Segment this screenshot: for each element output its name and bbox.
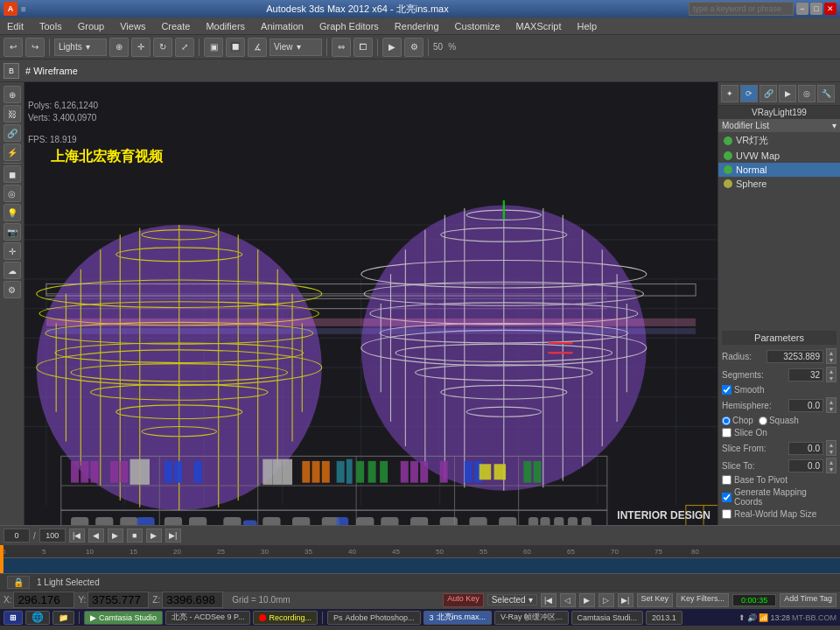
render-setup-button[interactable]: ⚙: [404, 38, 424, 57]
viewport-mode-icon[interactable]: B: [4, 63, 19, 79]
menu-animation[interactable]: Animation: [257, 21, 307, 32]
prev-frame-button[interactable]: ◀: [88, 528, 104, 542]
next-frame-button[interactable]: ▶: [146, 528, 162, 542]
menu-customize[interactable]: Customize: [452, 21, 504, 32]
hemisphere-input[interactable]: [788, 399, 823, 412]
minimize-button[interactable]: −: [796, 3, 808, 15]
add-time-tag-button[interactable]: Add Time Tag: [780, 593, 836, 607]
go-end-button[interactable]: ▶|: [165, 528, 181, 542]
menu-tools[interactable]: Tools: [36, 21, 66, 32]
close-button[interactable]: ✕: [824, 3, 836, 15]
base-to-pivot-checkbox[interactable]: [722, 475, 732, 485]
lock-selection-btn[interactable]: 🔒: [7, 576, 30, 589]
left-sys-btn[interactable]: ⚙: [4, 281, 21, 298]
taskbar-recording[interactable]: Recording...: [253, 611, 318, 625]
angle-snap-button[interactable]: ∡: [248, 38, 267, 57]
left-helper-btn[interactable]: ✛: [4, 242, 21, 260]
rotate-button[interactable]: ↻: [153, 38, 172, 57]
go-end-btn2[interactable]: ▶|: [618, 593, 634, 607]
select-region-button[interactable]: ▣: [204, 38, 223, 57]
current-frame-input[interactable]: [4, 528, 30, 542]
wireframe-label[interactable]: # Wireframe: [25, 66, 78, 76]
menu-modifiers[interactable]: Modifiers: [202, 21, 248, 32]
generate-mapping-checkbox[interactable]: [722, 493, 732, 502]
menu-rendering[interactable]: Rendering: [391, 21, 443, 32]
motion-panel-btn[interactable]: ▶: [779, 85, 796, 102]
mirror-button[interactable]: ⇔: [332, 38, 351, 57]
total-frames-input[interactable]: [39, 528, 66, 542]
left-unlink-btn[interactable]: 🔗: [4, 124, 21, 142]
set-key-button[interactable]: Set Key: [637, 593, 674, 607]
left-shapes-btn[interactable]: ◎: [4, 185, 21, 202]
modifier-item-uvwmap[interactable]: UVW Map: [718, 149, 840, 163]
go-start-button[interactable]: |◀: [69, 528, 85, 542]
key-filters-button[interactable]: Key Filters...: [676, 593, 729, 607]
render-button[interactable]: ▶: [382, 38, 402, 57]
seg-up[interactable]: ▲: [827, 368, 836, 374]
x-coord-input[interactable]: [13, 592, 74, 608]
menu-group[interactable]: Group: [74, 21, 108, 32]
go-start-btn2[interactable]: |◀: [541, 593, 556, 607]
move-button[interactable]: ✛: [131, 38, 150, 57]
snap-toggle-button[interactable]: 🔲: [226, 38, 245, 57]
play-btn2[interactable]: ▶: [579, 593, 595, 607]
menu-graph-editors[interactable]: Graph Editors: [316, 21, 382, 32]
seg-down[interactable]: ▼: [827, 374, 836, 382]
taskbar-photoshop[interactable]: Ps Adobe Photoshop...: [327, 611, 421, 625]
chop-radio[interactable]: [722, 416, 731, 425]
modifier-item-sphere[interactable]: Sphere: [718, 177, 840, 191]
undo-button[interactable]: ↩: [4, 38, 23, 57]
slice-on-checkbox[interactable]: [722, 428, 732, 438]
menu-create[interactable]: Create: [158, 21, 193, 32]
slice-from-input[interactable]: [788, 442, 823, 455]
slice-from-spinner[interactable]: ▲ ▼: [826, 440, 836, 456]
taskbar-camtasia2[interactable]: Camtasia Studi...: [571, 611, 644, 625]
squash-radio[interactable]: [759, 416, 767, 425]
radius-up[interactable]: ▲: [827, 349, 836, 356]
redo-button[interactable]: ↪: [25, 38, 45, 57]
align-button[interactable]: ⧠: [354, 38, 373, 57]
menu-help[interactable]: Help: [574, 21, 601, 32]
segments-spinner[interactable]: ▲ ▼: [826, 367, 836, 382]
view-dropdown[interactable]: View▾: [270, 38, 322, 56]
left-bind-btn[interactable]: ⚡: [4, 144, 21, 161]
radius-spinner[interactable]: ▲ ▼: [826, 348, 836, 364]
left-camera-btn[interactable]: 📷: [4, 223, 21, 241]
timeline-track[interactable]: 0 5 10 15 20 25 30 35 40 45 50 55 60 65 …: [0, 545, 840, 573]
start-button[interactable]: ⊞: [4, 611, 23, 625]
modifier-item-vrlight[interactable]: VR灯光: [718, 132, 840, 149]
modifier-item-normal[interactable]: Normal: [718, 163, 840, 177]
left-link-btn[interactable]: ⛓: [4, 105, 21, 122]
prev-key-btn[interactable]: ◁: [560, 593, 576, 607]
z-coord-input[interactable]: [162, 592, 223, 608]
scale-button[interactable]: ⤢: [175, 38, 194, 57]
hemisphere-spinner[interactable]: ▲ ▼: [826, 397, 836, 413]
play-button[interactable]: ▶: [108, 528, 123, 542]
taskbar-acdsee[interactable]: 北亮 - ACDSee 9 P...: [165, 611, 250, 625]
radius-down[interactable]: ▼: [827, 356, 836, 363]
next-key-btn[interactable]: ▷: [598, 593, 614, 607]
menu-views[interactable]: Views: [116, 21, 149, 32]
real-world-checkbox[interactable]: [722, 509, 732, 519]
hierarchy-panel-btn[interactable]: 🔗: [760, 85, 777, 102]
display-panel-btn[interactable]: ◎: [798, 85, 816, 102]
lights-dropdown[interactable]: Lights▾: [54, 38, 107, 56]
slice-to-spinner[interactable]: ▲ ▼: [826, 458, 836, 473]
taskbar-explorer[interactable]: 📁: [52, 611, 74, 625]
left-geom-btn[interactable]: ◼: [4, 165, 21, 183]
modify-panel-btn active[interactable]: ⟳: [740, 85, 758, 102]
taskbar-max[interactable]: 3 北亮ins.max...: [424, 611, 493, 625]
stop-button[interactable]: ■: [127, 528, 143, 542]
taskbar-camtasia[interactable]: ▶ Camtasia Studio: [84, 611, 163, 625]
maximize-button[interactable]: □: [810, 3, 822, 15]
auto-key-button[interactable]: Auto Key: [443, 593, 484, 607]
left-lights-btn[interactable]: 💡: [4, 204, 21, 221]
select-button[interactable]: ⊕: [109, 38, 129, 57]
taskbar-year[interactable]: 2013.1: [646, 611, 682, 625]
taskbar-vray[interactable]: V-Ray 帧缓冲区...: [494, 611, 569, 625]
segments-input[interactable]: [788, 368, 823, 382]
y-coord-input[interactable]: [88, 592, 149, 608]
timeline-slider[interactable]: [0, 545, 4, 573]
search-input[interactable]: [689, 2, 794, 16]
left-select-btn[interactable]: ⊕: [4, 86, 21, 103]
